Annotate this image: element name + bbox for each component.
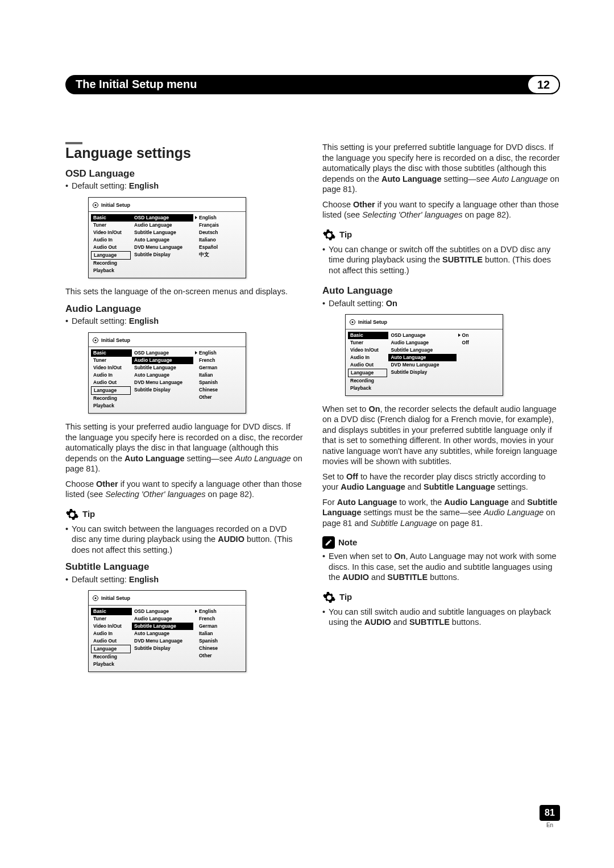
bullet-icon	[65, 524, 68, 556]
audio-default-value: English	[129, 316, 159, 326]
svg-point-5	[95, 598, 97, 599]
middle-item: Subtitle Display	[132, 251, 193, 258]
note-pencil-icon	[322, 536, 335, 549]
option-item: 中文	[193, 251, 238, 258]
option-item: Spanish	[193, 637, 238, 645]
sidebar-item: Audio Out	[91, 379, 132, 386]
panel-sidebar: Basic Tuner Video In/Out Audio In Audio …	[91, 214, 132, 274]
sidebar-item: Basic	[91, 608, 132, 615]
panel-title: Initial Setup	[89, 333, 246, 348]
bullet-icon	[322, 244, 325, 276]
panel-middle: OSD Language Audio Language Subtitle Lan…	[388, 332, 456, 392]
section-title: Language settings	[65, 148, 303, 158]
middle-item: OSD Language	[388, 332, 456, 339]
middle-item: Audio Language	[132, 357, 193, 364]
chapter-title: The Initial Setup menu	[76, 78, 197, 91]
tip1-text: You can change or switch off the subtitl…	[322, 244, 560, 276]
tip-label: Tip	[339, 229, 352, 240]
sidebar-item: Tuner	[348, 339, 388, 347]
subtitle-default: Default setting: English	[65, 574, 303, 585]
tip-label: Tip	[339, 592, 352, 603]
sidebar-item: Playback	[91, 267, 132, 274]
tip2-text: You can still switch audio and subtitle …	[322, 607, 560, 628]
middle-item: Auto Language	[132, 236, 193, 244]
audio-setup-panel: Initial Setup Basic Tuner Video In/Out A…	[88, 332, 246, 414]
page-number: 81	[540, 805, 560, 821]
middle-item: OSD Language	[132, 349, 193, 357]
osd-default-label: Default setting:	[72, 181, 129, 190]
middle-item: DVD Menu Language	[388, 361, 456, 369]
middle-item: Subtitle Language	[132, 229, 193, 236]
panel-title-text: Initial Setup	[101, 335, 130, 346]
middle-item: Auto Language	[132, 630, 193, 637]
middle-item: Subtitle Display	[132, 386, 193, 394]
middle-item: Subtitle Language	[132, 623, 193, 630]
svg-point-1	[95, 204, 97, 206]
panel-sidebar: Basic Tuner Video In/Out Audio In Audio …	[348, 332, 388, 392]
option-item: Spanish	[193, 379, 238, 386]
option-item: German	[193, 364, 238, 372]
osd-heading: OSD Language	[65, 169, 303, 180]
option-item: French	[193, 357, 238, 364]
sidebar-item: Playback	[91, 661, 132, 668]
audio-default-label: Default setting:	[72, 316, 129, 326]
sidebar-item: Tuner	[91, 357, 132, 364]
right-p1: This setting is your preferred subtitle …	[322, 142, 560, 195]
sidebar-item: Basic	[91, 214, 132, 222]
chapter-number: 12	[527, 75, 560, 94]
middle-item: DVD Menu Language	[132, 637, 193, 645]
auto-heading: Auto Language	[322, 286, 560, 297]
middle-item: DVD Menu Language	[132, 379, 193, 386]
panel-title: Initial Setup	[346, 315, 503, 329]
auto-setup-panel: Initial Setup Basic Tuner Video In/Out A…	[345, 314, 503, 396]
disc-icon	[92, 337, 99, 344]
panel-options: On Off	[457, 332, 500, 392]
middle-item: Audio Language	[132, 222, 193, 229]
option-item: Other	[193, 394, 238, 401]
sidebar-item: Language	[91, 386, 131, 395]
option-item: English	[193, 214, 238, 222]
osd-setup-panel: Initial Setup Basic Tuner Video In/Out A…	[88, 197, 246, 279]
panel-title: Initial Setup	[89, 198, 246, 212]
tip-gear-icon	[322, 228, 336, 242]
tip-gear-icon	[65, 508, 79, 521]
bullet-icon	[65, 316, 68, 327]
option-item: Chinese	[193, 386, 238, 394]
sidebar-item: Audio Out	[91, 244, 132, 251]
sidebar-item: Basic	[348, 332, 388, 339]
right-p3: When set to On, the recorder selects the…	[322, 404, 560, 467]
osd-default: Default setting: English	[65, 181, 303, 191]
middle-item: Subtitle Display	[388, 369, 456, 376]
middle-item: Auto Language	[132, 372, 193, 379]
panel-title-text: Initial Setup	[358, 317, 387, 328]
sidebar-item: Playback	[91, 402, 132, 410]
option-item: German	[193, 623, 238, 630]
middle-item: Subtitle Language	[388, 347, 456, 354]
option-item: On	[457, 332, 500, 339]
bullet-icon	[322, 607, 325, 628]
page-number-box: 81 En	[540, 805, 560, 828]
subtitle-heading: Subtitle Language	[65, 562, 303, 573]
sidebar-item: Tuner	[91, 222, 132, 229]
bullet-icon	[322, 551, 325, 583]
right-p5: For Auto Language to work, the Audio Lan…	[322, 497, 560, 529]
bullet-icon	[65, 181, 68, 191]
chapter-header: The Initial Setup menu 12	[65, 75, 560, 94]
middle-item: DVD Menu Language	[132, 244, 193, 251]
osd-text: This sets the language of the on-screen …	[65, 286, 303, 297]
audio-p2: Choose Other if you want to specify a la…	[65, 479, 303, 500]
option-item: Off	[457, 339, 500, 347]
sidebar-item: Recording	[91, 653, 132, 661]
sidebar-item: Recording	[91, 260, 132, 267]
auto-default-label: Default setting:	[329, 299, 386, 308]
sidebar-item: Audio In	[348, 354, 388, 361]
sidebar-item: Tuner	[91, 615, 132, 623]
option-item: Italian	[193, 372, 238, 379]
panel-sidebar: Basic Tuner Video In/Out Audio In Audio …	[91, 608, 132, 668]
right-p2: Choose Other if you want to specify a la…	[322, 199, 560, 220]
option-item: English	[193, 349, 238, 357]
panel-middle: OSD Language Audio Language Subtitle Lan…	[132, 349, 193, 410]
sidebar-item: Audio In	[91, 236, 132, 244]
sidebar-item: Video In/Out	[348, 347, 388, 354]
subtitle-default-value: English	[129, 575, 159, 584]
